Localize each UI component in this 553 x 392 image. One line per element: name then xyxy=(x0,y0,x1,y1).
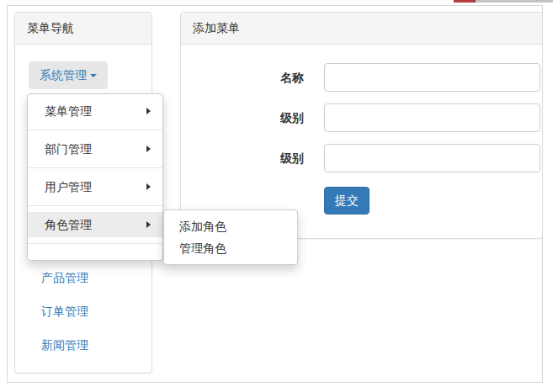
name-input[interactable] xyxy=(324,63,540,92)
cutoff-gray-element xyxy=(476,0,553,3)
level-input-1[interactable] xyxy=(324,103,540,132)
add-menu-form: 名称 级别 级别 提交 xyxy=(181,45,542,215)
dropdown-item-role-management[interactable]: 角色管理 xyxy=(28,212,162,237)
page-container: 菜单导航 系统管理 菜单管理 部门管理 用户管理 xyxy=(7,5,543,383)
dropdown-divider xyxy=(28,167,162,168)
sidebar-link-product-management[interactable]: 产品管理 xyxy=(41,261,152,294)
caret-right-icon xyxy=(146,183,151,190)
level-label: 级别 xyxy=(181,103,324,132)
name-label: 名称 xyxy=(181,63,324,92)
dropdown-item-label: 角色管理 xyxy=(45,218,92,231)
add-menu-panel: 添加菜单 名称 级别 级别 提交 xyxy=(180,12,543,239)
sidebar-link-order-management[interactable]: 订单管理 xyxy=(41,294,152,328)
sidebar-body: 系统管理 菜单管理 部门管理 用户管理 角色 xyxy=(15,45,152,362)
level-input-2[interactable] xyxy=(324,144,540,172)
form-row-level-1: 级别 xyxy=(181,103,542,132)
caret-right-icon xyxy=(146,108,151,114)
submit-row: 提交 xyxy=(324,187,542,215)
submit-button[interactable]: 提交 xyxy=(324,187,370,215)
form-row-name: 名称 xyxy=(181,63,542,92)
caret-down-icon xyxy=(90,74,97,77)
role-management-submenu: 添加角色 管理角色 xyxy=(163,209,298,265)
sidebar-title: 菜单导航 xyxy=(15,13,152,45)
add-menu-panel-title: 添加菜单 xyxy=(181,13,542,45)
cutoff-red-element xyxy=(454,0,476,3)
dropdown-item-label: 用户管理 xyxy=(45,180,92,193)
system-management-toggle-label: 系统管理 xyxy=(40,68,87,82)
submenu-item-manage-role[interactable]: 管理角色 xyxy=(164,237,297,259)
dropdown-item-department-management[interactable]: 部门管理 xyxy=(28,136,162,162)
sidebar-link-news-management[interactable]: 新闻管理 xyxy=(41,328,152,362)
form-row-level-2: 级别 xyxy=(181,144,542,172)
system-management-dropdown: 菜单管理 部门管理 用户管理 角色管理 xyxy=(27,93,163,261)
caret-right-icon xyxy=(146,221,151,228)
submenu-item-add-role[interactable]: 添加角色 xyxy=(164,215,297,237)
level-label: 级别 xyxy=(181,144,324,172)
dropdown-divider xyxy=(28,243,162,244)
dropdown-item-menu-management[interactable]: 菜单管理 xyxy=(28,98,162,124)
dropdown-divider xyxy=(28,130,162,130)
system-management-toggle[interactable]: 系统管理 xyxy=(29,61,108,89)
caret-right-icon xyxy=(146,146,151,152)
dropdown-item-user-management[interactable]: 用户管理 xyxy=(28,174,162,199)
sidebar-panel: 菜单导航 系统管理 菜单管理 部门管理 用户管理 xyxy=(14,12,152,373)
sidebar-links: 产品管理 订单管理 新闻管理 xyxy=(15,261,152,362)
dropdown-item-label: 菜单管理 xyxy=(45,104,92,118)
dropdown-divider xyxy=(28,205,162,206)
dropdown-item-label: 部门管理 xyxy=(45,142,92,156)
